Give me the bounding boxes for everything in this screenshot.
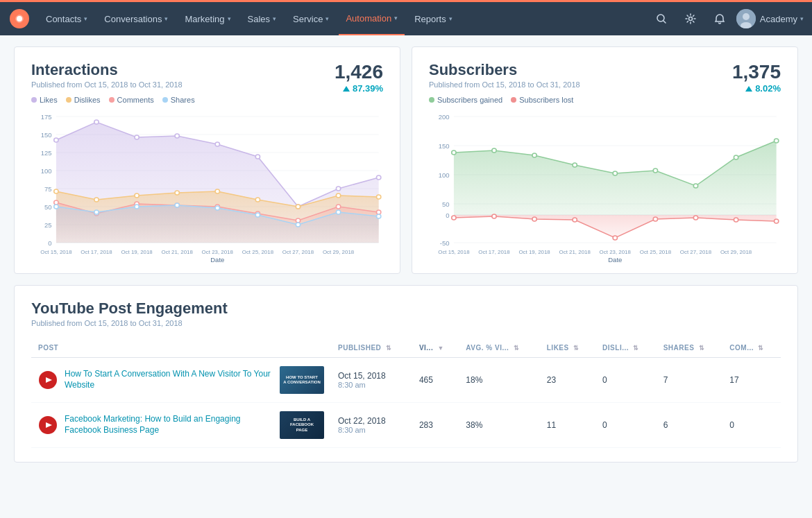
- likes-cell-2: 11: [540, 403, 595, 448]
- sort-icon: ⇅: [573, 345, 580, 352]
- svg-text:0: 0: [446, 212, 449, 219]
- sort-icon: ⇅: [514, 345, 520, 352]
- col-dislikes[interactable]: DISLI... ⇅: [595, 338, 657, 358]
- svg-text:Oct 25, 2018: Oct 25, 2018: [242, 249, 273, 255]
- legend-likes: Likes: [31, 96, 58, 104]
- svg-point-88: [532, 153, 536, 157]
- chevron-down-icon: ▾: [273, 15, 276, 22]
- engagement-subtitle: Published from Oct 15, 2018 to Oct 31, 2…: [31, 319, 781, 327]
- svg-line-3: [663, 21, 666, 23]
- legend-gained: Subscribers gained: [429, 96, 502, 104]
- svg-text:150: 150: [41, 132, 52, 139]
- nav-reports[interactable]: Reports ▾: [407, 2, 459, 35]
- svg-point-30: [255, 155, 260, 159]
- svg-text:Oct 17, 2018: Oct 17, 2018: [81, 249, 112, 255]
- legend-lost: Subscribers lost: [511, 96, 573, 104]
- table-row: How To Start A Conversation With A New V…: [31, 358, 781, 403]
- nav-conversations[interactable]: Conversations ▾: [97, 2, 175, 35]
- svg-point-59: [215, 206, 219, 210]
- lost-dot: [511, 97, 516, 103]
- svg-point-91: [653, 169, 657, 173]
- published-cell-1: Oct 15, 2018 8:30 am: [331, 358, 412, 403]
- nav-sales[interactable]: Sales ▾: [241, 2, 284, 35]
- svg-text:Oct 21, 2018: Oct 21, 2018: [559, 249, 591, 255]
- svg-point-56: [94, 210, 99, 214]
- svg-text:Oct 29, 2018: Oct 29, 2018: [323, 249, 354, 255]
- svg-text:50: 50: [44, 204, 52, 211]
- shares-cell-2: 6: [657, 403, 723, 448]
- gained-dot: [429, 97, 434, 103]
- legend-shares: Shares: [162, 96, 195, 104]
- youtube-icon: [38, 415, 58, 435]
- svg-point-87: [492, 148, 496, 153]
- svg-point-98: [532, 217, 536, 221]
- views-cell-1: 465: [412, 358, 459, 403]
- svg-text:Oct 17, 2018: Oct 17, 2018: [478, 249, 509, 255]
- shares-cell-1: 7: [657, 358, 723, 403]
- svg-point-32: [336, 187, 340, 191]
- interactions-value: 1,426: [335, 61, 383, 83]
- col-post: POST: [31, 338, 331, 358]
- post-thumbnail-2: BUILD AFACEBOOKPAGE: [280, 411, 324, 439]
- svg-point-1: [17, 16, 22, 21]
- svg-point-41: [296, 205, 300, 209]
- comments-dot: [109, 97, 115, 103]
- trend-up-icon: [745, 86, 752, 92]
- navbar: Contacts ▾ Conversations ▾ Marketing ▾ S…: [0, 2, 812, 35]
- interactions-subtitle: Published from Oct 15, 2018 to Oct 31, 2…: [31, 80, 183, 89]
- col-published[interactable]: PUBLISHED ⇅: [331, 338, 412, 358]
- subscribers-header: Subscribers Published from Oct 15, 2018 …: [429, 61, 781, 96]
- svg-point-29: [215, 142, 219, 146]
- svg-point-25: [54, 138, 58, 142]
- nav-service[interactable]: Service ▾: [286, 2, 336, 35]
- col-likes[interactable]: LIKES ⇅: [540, 338, 595, 358]
- user-chevron-icon: ▾: [800, 15, 804, 22]
- table-row: Facebook Marketing: How to Build an Enga…: [31, 403, 781, 448]
- dislikes-cell-2: 0: [595, 403, 657, 448]
- avatar[interactable]: [736, 9, 756, 28]
- engagement-card: YouTube Post Engagement Published from O…: [14, 285, 798, 463]
- svg-point-104: [774, 219, 778, 223]
- subscribers-change: 8.02%: [732, 83, 781, 94]
- svg-point-99: [573, 218, 577, 222]
- nav-marketing[interactable]: Marketing ▾: [178, 2, 237, 35]
- col-comments[interactable]: COM... ⇅: [722, 338, 781, 358]
- likes-cell-1: 23: [540, 358, 595, 403]
- dislikes-dot: [66, 97, 71, 103]
- svg-text:150: 150: [439, 143, 450, 150]
- subscribers-title-group: Subscribers Published from Oct 15, 2018 …: [429, 61, 580, 96]
- hubspot-logo[interactable]: [8, 8, 31, 30]
- svg-text:Oct 15, 2018: Oct 15, 2018: [40, 249, 71, 255]
- dislikes-cell-1: 0: [595, 358, 657, 403]
- post-thumbnail-1: HOW TO STARTA CONVERSATION: [280, 366, 324, 394]
- notifications-button[interactable]: [707, 6, 732, 31]
- search-button[interactable]: [649, 6, 674, 31]
- col-shares[interactable]: SHARES ⇅: [657, 338, 723, 358]
- subscribers-title: Subscribers: [429, 61, 580, 79]
- svg-point-94: [774, 139, 778, 143]
- subscribers-value: 1,375: [732, 61, 781, 83]
- table-header: POST PUBLISHED ⇅ VI... ▼ AVG. % VI... ⇅: [31, 338, 781, 358]
- shares-dot: [162, 97, 168, 103]
- settings-button[interactable]: [678, 6, 703, 31]
- sort-icon: ⇅: [633, 345, 639, 352]
- nav-contacts[interactable]: Contacts ▾: [39, 2, 94, 35]
- chevron-down-icon: ▾: [325, 15, 329, 22]
- svg-text:200: 200: [439, 114, 450, 121]
- svg-point-27: [135, 135, 139, 139]
- nav-automation[interactable]: Automation ▾: [339, 2, 405, 35]
- col-views[interactable]: VI... ▼: [412, 338, 459, 358]
- svg-text:Date: Date: [210, 257, 224, 262]
- interactions-header: Interactions Published from Oct 15, 2018…: [31, 61, 383, 96]
- svg-point-61: [296, 223, 300, 227]
- svg-point-63: [376, 214, 380, 218]
- comments-cell-2: 0: [722, 403, 781, 448]
- svg-point-62: [336, 210, 340, 214]
- svg-point-103: [734, 218, 738, 222]
- user-menu[interactable]: Academy ▾: [760, 14, 804, 24]
- col-avg-views[interactable]: AVG. % VI... ⇅: [459, 338, 539, 358]
- svg-text:100: 100: [41, 168, 52, 175]
- comments-cell-1: 17: [722, 358, 781, 403]
- svg-point-40: [255, 198, 260, 202]
- svg-text:Oct 27, 2018: Oct 27, 2018: [680, 249, 711, 255]
